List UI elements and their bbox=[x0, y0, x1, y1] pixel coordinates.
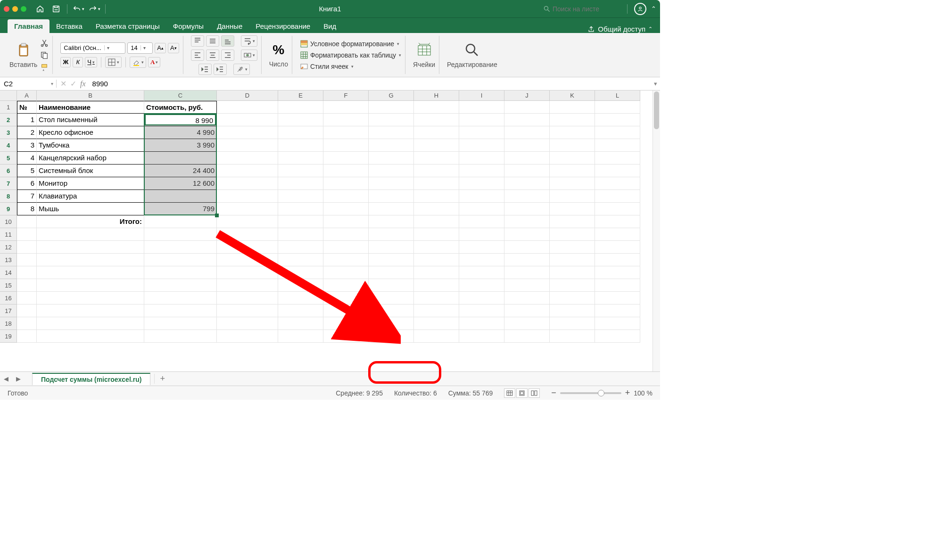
expand-ribbon-icon[interactable]: ⌃ bbox=[651, 5, 656, 12]
cell[interactable] bbox=[459, 203, 504, 215]
align-center-icon[interactable] bbox=[206, 49, 219, 61]
cell[interactable] bbox=[217, 126, 278, 139]
cell[interactable]: 1 bbox=[17, 114, 37, 126]
cell[interactable] bbox=[595, 190, 640, 203]
cell[interactable] bbox=[504, 101, 550, 114]
cell[interactable] bbox=[414, 279, 459, 292]
cell[interactable] bbox=[323, 305, 369, 317]
undo-icon[interactable]: ▾ bbox=[71, 2, 85, 16]
cell[interactable] bbox=[17, 292, 37, 305]
cell[interactable] bbox=[217, 317, 278, 330]
cell[interactable] bbox=[550, 317, 595, 330]
cell[interactable] bbox=[278, 292, 323, 305]
cell[interactable] bbox=[595, 165, 640, 177]
cell[interactable] bbox=[369, 292, 414, 305]
font-color-button[interactable]: A▾ bbox=[148, 57, 160, 67]
tab-insert[interactable]: Вставка bbox=[50, 19, 89, 33]
cell[interactable] bbox=[369, 101, 414, 114]
row-header[interactable]: 4 bbox=[0, 139, 17, 152]
cell[interactable] bbox=[550, 228, 595, 241]
orientation-icon[interactable]: ab▾ bbox=[233, 64, 250, 75]
wrap-text-icon[interactable]: ▾ bbox=[241, 35, 257, 47]
cell[interactable]: 799 bbox=[144, 203, 217, 215]
cell[interactable] bbox=[369, 114, 414, 126]
cell[interactable] bbox=[278, 330, 323, 343]
increase-font-icon[interactable]: A▴ bbox=[155, 43, 166, 53]
cell[interactable] bbox=[217, 305, 278, 317]
column-header[interactable]: E bbox=[278, 91, 323, 101]
cell[interactable]: 8 bbox=[17, 203, 37, 215]
decrease-indent-icon[interactable] bbox=[198, 64, 212, 75]
cell[interactable] bbox=[504, 165, 550, 177]
column-header[interactable]: C bbox=[144, 91, 217, 101]
zoom-slider[interactable] bbox=[560, 392, 621, 394]
column-header[interactable]: J bbox=[504, 91, 550, 101]
cell[interactable] bbox=[459, 126, 504, 139]
cell[interactable] bbox=[278, 203, 323, 215]
sheet-nav-next-icon[interactable]: ▶ bbox=[12, 375, 25, 382]
cell[interactable] bbox=[595, 152, 640, 165]
row-header[interactable]: 15 bbox=[0, 279, 17, 292]
cells-group-label[interactable]: Ячейки bbox=[413, 61, 435, 68]
cell[interactable]: 4 bbox=[17, 152, 37, 165]
cell[interactable]: 5 bbox=[17, 165, 37, 177]
cell[interactable] bbox=[414, 126, 459, 139]
cell[interactable]: 4 990 bbox=[144, 126, 217, 139]
cell[interactable] bbox=[323, 114, 369, 126]
cell[interactable] bbox=[595, 203, 640, 215]
cell[interactable] bbox=[595, 330, 640, 343]
cell[interactable] bbox=[217, 190, 278, 203]
cell[interactable] bbox=[504, 126, 550, 139]
cell[interactable] bbox=[278, 266, 323, 279]
cell[interactable]: 2 bbox=[17, 126, 37, 139]
cell[interactable] bbox=[369, 241, 414, 254]
cell[interactable] bbox=[217, 292, 278, 305]
cell[interactable] bbox=[278, 114, 323, 126]
cell[interactable] bbox=[369, 254, 414, 266]
cell[interactable] bbox=[217, 152, 278, 165]
cell[interactable] bbox=[550, 330, 595, 343]
cell[interactable] bbox=[414, 266, 459, 279]
cell[interactable] bbox=[144, 215, 217, 228]
cancel-formula-icon[interactable]: ✕ bbox=[60, 79, 66, 88]
bold-button[interactable]: Ж bbox=[60, 57, 71, 67]
cell[interactable]: Тумбочка bbox=[37, 139, 144, 152]
cell[interactable] bbox=[37, 254, 144, 266]
cell[interactable] bbox=[278, 241, 323, 254]
add-sheet-button[interactable]: + bbox=[154, 374, 170, 384]
cell[interactable] bbox=[459, 266, 504, 279]
cell[interactable] bbox=[504, 139, 550, 152]
cell[interactable] bbox=[504, 317, 550, 330]
cell[interactable]: Наименование bbox=[37, 101, 144, 114]
cell[interactable] bbox=[369, 266, 414, 279]
cell[interactable] bbox=[217, 139, 278, 152]
cell[interactable] bbox=[323, 241, 369, 254]
cell[interactable] bbox=[278, 177, 323, 190]
underline-button[interactable]: Ч▾ bbox=[85, 57, 97, 67]
view-page-layout-icon[interactable] bbox=[516, 388, 528, 398]
row-header[interactable]: 1 bbox=[0, 101, 17, 114]
align-top-icon[interactable] bbox=[191, 35, 204, 47]
cell[interactable] bbox=[414, 254, 459, 266]
cell[interactable] bbox=[595, 101, 640, 114]
cell[interactable] bbox=[278, 254, 323, 266]
cell[interactable] bbox=[144, 317, 217, 330]
row-header[interactable]: 19 bbox=[0, 330, 17, 343]
cell[interactable] bbox=[504, 228, 550, 241]
cell[interactable] bbox=[217, 266, 278, 279]
cell-styles-button[interactable]: Стили ячеек▾ bbox=[300, 62, 354, 71]
align-left-icon[interactable] bbox=[191, 49, 204, 61]
cell[interactable]: 3 bbox=[17, 139, 37, 152]
cell[interactable] bbox=[323, 190, 369, 203]
cell[interactable] bbox=[459, 317, 504, 330]
cell[interactable] bbox=[144, 266, 217, 279]
tab-home[interactable]: Главная bbox=[8, 19, 50, 33]
merge-cells-icon[interactable]: ▾ bbox=[241, 49, 257, 61]
font-size-combo[interactable]: 14▾ bbox=[127, 42, 153, 54]
cell[interactable] bbox=[323, 279, 369, 292]
view-normal-icon[interactable] bbox=[504, 388, 515, 398]
cell[interactable] bbox=[217, 330, 278, 343]
cell[interactable] bbox=[504, 114, 550, 126]
expand-formula-bar-icon[interactable]: ▾ bbox=[651, 80, 660, 87]
cell[interactable] bbox=[37, 241, 144, 254]
